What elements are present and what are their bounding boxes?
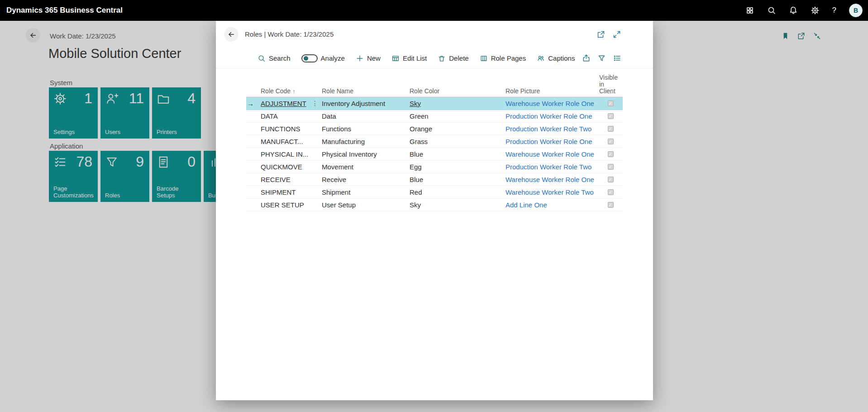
captions-button[interactable]: Captions — [537, 54, 575, 62]
header-role-name[interactable]: Role Name — [320, 74, 408, 97]
role-picture-link[interactable]: Warehouse Worker Role One — [504, 97, 598, 110]
table-row[interactable]: MANUFACT... Manufacturing Grass Producti… — [246, 135, 623, 148]
analyze-toggle[interactable] — [301, 54, 318, 62]
role-color-cell[interactable]: Blue — [408, 148, 504, 160]
role-code-cell[interactable]: USER SETUP — [259, 199, 320, 211]
new-button[interactable]: New — [356, 54, 381, 62]
role-picture-link[interactable]: Production Worker Role One — [504, 135, 598, 148]
edit-list-button[interactable]: Edit List — [391, 54, 427, 62]
role-name-cell[interactable]: Functions — [320, 123, 408, 135]
role-color-cell[interactable]: Sky — [408, 199, 504, 211]
row-selector-cell: → — [246, 97, 259, 110]
row-selector-cell — [246, 148, 259, 160]
topbar: Dynamics 365 Business Central ? B — [0, 0, 868, 21]
role-name-cell[interactable]: Manufacturing — [320, 135, 408, 148]
role-picture-link[interactable]: Warehouse Worker Role Two — [504, 186, 598, 198]
search-button[interactable]: Search — [258, 54, 291, 62]
role-color-cell[interactable]: Green — [408, 110, 504, 122]
analyze-label: Analyze — [321, 54, 345, 62]
table-row[interactable]: USER SETUP User Setup Sky Add Line One ✓ — [246, 199, 623, 211]
bell-icon[interactable] — [789, 6, 798, 15]
role-picture-link[interactable]: Production Worker Role One — [504, 110, 598, 122]
table-row[interactable]: SHIPMENT Shipment Red Warehouse Worker R… — [246, 186, 623, 199]
role-name-cell[interactable]: Inventory Adjustment — [320, 97, 408, 110]
role-code-cell[interactable]: SHIPMENT — [259, 186, 320, 198]
role-code-cell[interactable]: RECEIVE — [259, 173, 320, 186]
role-color-cell[interactable]: Orange — [408, 123, 504, 135]
visible-checkbox-cell: ✓ — [598, 161, 623, 173]
role-code-cell[interactable]: MANUFACT... — [259, 135, 320, 148]
delete-button[interactable]: Delete — [438, 54, 468, 62]
selected-row-arrow-icon: → — [247, 100, 254, 107]
role-name-cell[interactable]: Receive — [320, 173, 408, 186]
visible-checkbox: ✓ — [608, 202, 614, 208]
expand-icon[interactable] — [612, 30, 621, 39]
role-pages-button[interactable]: Role Pages — [480, 54, 526, 62]
header-role-picture[interactable]: Role Picture — [504, 74, 598, 97]
open-in-new-window-icon[interactable] — [596, 30, 606, 39]
role-picture-link[interactable]: Add Line One — [504, 199, 598, 211]
visible-checkbox-cell: ✓ — [598, 199, 623, 211]
visible-checkbox-cell: ✓ — [598, 148, 623, 160]
apps-icon[interactable] — [745, 6, 754, 15]
visible-checkbox: ✓ — [608, 101, 614, 106]
role-name-cell[interactable]: Movement — [320, 161, 408, 173]
share-icon[interactable] — [582, 54, 591, 62]
role-color-cell[interactable]: Egg — [408, 161, 504, 173]
role-name-cell[interactable]: Data — [320, 110, 408, 122]
table-row[interactable]: RECEIVE Receive Blue Warehouse Worker Ro… — [246, 173, 623, 186]
table-header-row: Role Code↑ Role Name Role Color Role Pic… — [246, 74, 623, 97]
filter-icon[interactable] — [597, 54, 606, 62]
gear-icon[interactable] — [811, 6, 820, 15]
topbar-icons: ? B — [745, 0, 863, 21]
table-row[interactable]: QUICKMOVE Movement Egg Production Worker… — [246, 161, 623, 173]
role-name-cell[interactable]: User Setup — [320, 199, 408, 211]
header-role-code[interactable]: Role Code↑ — [259, 74, 320, 97]
role-color-cell[interactable]: Grass — [408, 135, 504, 148]
role-code-cell[interactable]: DATA — [259, 110, 320, 122]
row-selector-cell — [246, 123, 259, 135]
table-row[interactable]: FUNCTIONS Functions Orange Production Wo… — [246, 123, 623, 135]
visible-checkbox: ✓ — [608, 151, 614, 157]
action-bar: Search Analyze New Edit List Delete — [216, 48, 653, 69]
role-code-cell[interactable]: FUNCTIONS — [259, 123, 320, 135]
dialog-title: Roles | Work Date: 1/23/2025 — [245, 21, 334, 48]
row-selector-cell — [246, 161, 259, 173]
row-options-icon[interactable]: ⋮ — [312, 97, 318, 110]
new-label: New — [367, 54, 381, 62]
header-visible-in-client[interactable]: Visible in Client — [598, 74, 623, 97]
table-row[interactable]: DATA Data Green Production Worker Role O… — [246, 110, 623, 123]
visible-checkbox-cell: ✓ — [598, 135, 623, 148]
role-picture-link[interactable]: Warehouse Worker Role One — [504, 173, 598, 186]
visible-checkbox: ✓ — [608, 139, 614, 144]
dialog-back-button[interactable] — [224, 27, 238, 42]
toggle-knob — [304, 56, 308, 61]
role-name-cell[interactable]: Physical Inventory — [320, 148, 408, 160]
captions-label: Captions — [548, 54, 575, 62]
role-name-cell[interactable]: Shipment — [320, 186, 408, 198]
visible-checkbox-cell: ✓ — [598, 110, 623, 122]
role-picture-link[interactable]: Production Worker Role Two — [504, 123, 598, 135]
table-row[interactable]: → ADJUSTMENT⋮ Inventory Adjustment Sky W… — [246, 97, 623, 110]
role-picture-link[interactable]: Warehouse Worker Role One — [504, 148, 598, 160]
action-bar-right-icons — [582, 54, 621, 62]
role-code-cell[interactable]: ADJUSTMENT⋮ — [259, 97, 320, 110]
role-color-cell[interactable]: Sky — [408, 97, 504, 110]
role-color-cell[interactable]: Blue — [408, 173, 504, 186]
role-color-cell[interactable]: Red — [408, 186, 504, 198]
edit-list-icon — [391, 54, 400, 62]
visible-checkbox: ✓ — [608, 189, 614, 195]
row-selector-cell — [246, 186, 259, 198]
row-selector-cell — [246, 110, 259, 122]
header-role-color[interactable]: Role Color — [408, 74, 504, 97]
plus-icon — [356, 54, 364, 62]
search-icon[interactable] — [767, 6, 776, 15]
account-avatar[interactable]: B — [849, 4, 863, 17]
role-picture-link[interactable]: Production Worker Role Two — [504, 161, 598, 173]
list-view-icon[interactable] — [613, 54, 621, 62]
help-icon[interactable]: ? — [832, 6, 836, 15]
table-row[interactable]: PHYSICAL IN... Physical Inventory Blue W… — [246, 148, 623, 161]
role-code-cell[interactable]: PHYSICAL IN... — [259, 148, 320, 160]
app-title[interactable]: Dynamics 365 Business Central — [0, 6, 123, 15]
role-code-cell[interactable]: QUICKMOVE — [259, 161, 320, 173]
